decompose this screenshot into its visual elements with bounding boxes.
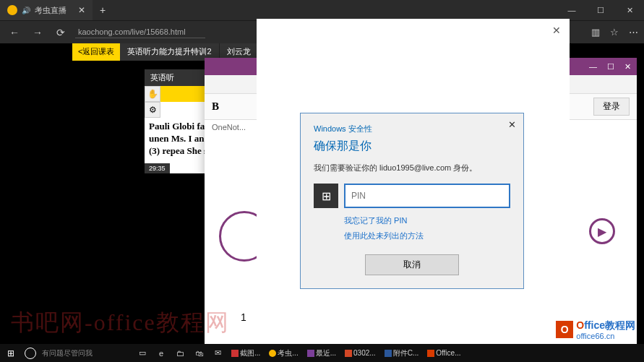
- reading-view-icon[interactable]: ▥: [591, 27, 600, 38]
- taskbar-item[interactable]: 截图...: [227, 348, 265, 358]
- sound-icon[interactable]: 🔊: [22, 7, 30, 14]
- new-tab-button[interactable]: +: [93, 4, 113, 16]
- edge-icon[interactable]: e: [152, 349, 171, 358]
- taskbar-item[interactable]: 考虫...: [265, 348, 302, 358]
- bold-button[interactable]: B: [212, 100, 219, 113]
- taskbar-search[interactable]: 有问题尽管问我: [39, 348, 133, 358]
- watermark-right: O Office教程网 office66.cn: [556, 319, 635, 340]
- taskbar-item[interactable]: 附件C...: [380, 348, 424, 358]
- more-icon[interactable]: ⋯: [629, 27, 638, 38]
- forward-button[interactable]: →: [29, 27, 46, 38]
- favorites-icon[interactable]: ☆: [610, 27, 619, 38]
- start-button[interactable]: ⊞: [0, 348, 22, 358]
- cortana-icon[interactable]: [25, 348, 36, 359]
- other-method-link[interactable]: 使用此处未列出的方法: [344, 230, 510, 241]
- dialog-message: 我们需要验证你的 liduo1995@live.com 身份。: [314, 163, 510, 173]
- onenote-max-icon[interactable]: ☐: [607, 62, 614, 72]
- taskbar: ⊞ 有问题尽管问我 ▭ e 🗀 🛍 ✉ 截图... 考虫... 最近... 03…: [0, 344, 644, 362]
- tab-title: 考虫直播: [35, 5, 66, 16]
- security-dialog: ✕ Windows 安全性 确保那是你 我们需要验证你的 liduo1995@l…: [300, 113, 524, 289]
- dialog-close-icon[interactable]: ✕: [508, 119, 516, 130]
- page-number: 1: [241, 311, 246, 323]
- modal-overlay: ✕ ✕ Windows 安全性 确保那是你 我们需要验证你的 liduo1995…: [257, 19, 570, 358]
- watermark-url: office66.cn: [576, 332, 635, 340]
- onenote-min-icon[interactable]: —: [589, 62, 597, 71]
- playback-time: 29:35: [145, 163, 170, 173]
- browser-titlebar: 🔊 考虫直播 ✕ + — ☐ ✕: [0, 0, 644, 20]
- back-button[interactable]: ←: [6, 27, 23, 38]
- back-to-schedule[interactable]: <返回课表: [72, 43, 120, 61]
- onenote-close-icon[interactable]: ✕: [624, 62, 631, 72]
- dialog-heading: 确保那是你: [314, 139, 510, 154]
- hand-tool-icon[interactable]: ✋: [145, 86, 160, 102]
- window-controls: — ☐ ✕: [557, 0, 644, 20]
- office-logo-icon: O: [556, 321, 573, 338]
- tab-close-icon[interactable]: ✕: [78, 5, 85, 15]
- store-icon[interactable]: 🛍: [189, 349, 208, 358]
- close-button[interactable]: ✕: [615, 0, 644, 20]
- pin-input[interactable]: [344, 184, 510, 208]
- mail-icon[interactable]: ✉: [208, 348, 227, 358]
- taskbar-item[interactable]: 0302...: [340, 349, 380, 357]
- explorer-icon[interactable]: 🗀: [171, 349, 189, 358]
- taskbar-item[interactable]: 最近...: [303, 348, 340, 358]
- address-bar[interactable]: kaochong.com/live/15668.html: [75, 26, 205, 38]
- minimize-button[interactable]: —: [557, 0, 586, 20]
- refresh-button[interactable]: ⟳: [52, 27, 69, 38]
- overlay-close-icon[interactable]: ✕: [552, 25, 561, 36]
- settings-icon[interactable]: ⚙: [145, 102, 160, 118]
- keypad-icon[interactable]: ⊞: [314, 184, 338, 208]
- maximize-button[interactable]: ☐: [586, 0, 615, 20]
- forgot-pin-link[interactable]: 我忘记了我的 PIN: [344, 215, 510, 226]
- taskbar-item[interactable]: Office...: [423, 349, 465, 357]
- login-button[interactable]: 登录: [593, 98, 630, 116]
- dialog-source: Windows 安全性: [314, 124, 510, 134]
- tab-favicon: [7, 5, 17, 15]
- task-view-icon[interactable]: ▭: [133, 348, 152, 358]
- watermark-left: 书吧网-office教程网: [11, 307, 230, 339]
- browser-tab[interactable]: 🔊 考虫直播 ✕: [0, 0, 93, 20]
- cancel-button[interactable]: 取消: [365, 254, 459, 275]
- play-icon[interactable]: ▶: [589, 218, 615, 244]
